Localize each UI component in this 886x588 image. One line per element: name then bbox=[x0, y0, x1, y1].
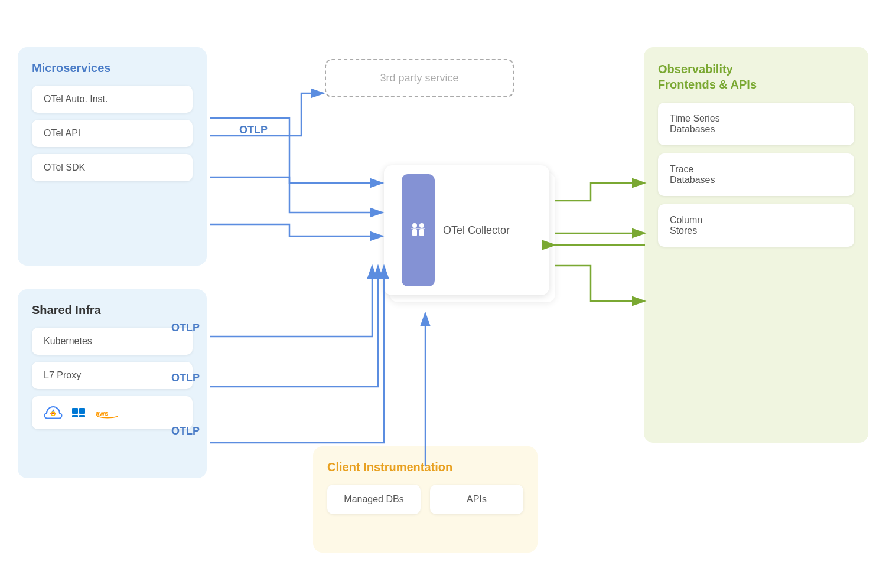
card-cloud-providers: aws bbox=[32, 396, 193, 429]
otlp-label-kubernetes: OTLP bbox=[171, 322, 200, 334]
svg-rect-4 bbox=[79, 415, 85, 417]
card-timeseries-db: Time SeriesDatabases bbox=[658, 103, 854, 145]
gcp-icon bbox=[44, 404, 63, 421]
card-l7proxy: L7 Proxy bbox=[32, 362, 193, 389]
collector-card: OTel Collector bbox=[384, 165, 549, 295]
otlp-label-cloud: OTLP bbox=[171, 425, 200, 437]
third-party-label: 3rd party service bbox=[380, 72, 458, 84]
card-kubernetes: Kubernetes bbox=[32, 328, 193, 355]
otel-api-label: OTel API bbox=[44, 128, 80, 139]
card-otel-auto: OTel Auto. Inst. bbox=[32, 86, 193, 113]
panel-microservices: Microservices OTel Auto. Inst. OTel API … bbox=[18, 47, 207, 266]
otel-auto-label: OTel Auto. Inst. bbox=[44, 94, 108, 104]
azure-icon bbox=[70, 404, 89, 421]
card-otel-api: OTel API bbox=[32, 120, 193, 147]
svg-rect-3 bbox=[72, 415, 78, 417]
third-party-box: 3rd party service bbox=[325, 59, 514, 97]
svg-rect-1 bbox=[72, 408, 78, 414]
collector-icon-bar bbox=[402, 174, 435, 286]
observability-cards: Time SeriesDatabases TraceDatabases Colu… bbox=[658, 103, 854, 247]
diagram-container: Microservices OTel Auto. Inst. OTel API … bbox=[0, 0, 886, 588]
aws-icon: aws bbox=[96, 406, 119, 420]
svg-rect-9 bbox=[419, 229, 424, 236]
panel-client: Client Instrumentation Managed DBs APIs bbox=[313, 446, 538, 553]
observability-title: ObservabilityFrontends & APIs bbox=[658, 61, 854, 92]
card-otel-sdk: OTel SDK bbox=[32, 154, 193, 181]
svg-point-6 bbox=[412, 223, 417, 228]
collector-label: OTel Collector bbox=[443, 224, 510, 237]
card-apis: APIs bbox=[430, 485, 523, 514]
svg-rect-10 bbox=[411, 228, 425, 229]
svg-text:aws: aws bbox=[96, 410, 108, 417]
card-column-stores: ColumnStores bbox=[658, 204, 854, 247]
panel-observability: ObservabilityFrontends & APIs Time Serie… bbox=[644, 47, 868, 443]
shared-infra-title: Shared Infra bbox=[32, 303, 193, 317]
otlp-label-microservices: OTLP bbox=[239, 124, 268, 136]
microservices-title: Microservices bbox=[32, 61, 193, 75]
svg-rect-2 bbox=[79, 408, 85, 414]
collector-wrapper: OTel Collector bbox=[366, 159, 549, 307]
client-cards: Managed DBs APIs bbox=[327, 485, 523, 514]
svg-rect-8 bbox=[412, 229, 417, 236]
card-trace-db: TraceDatabases bbox=[658, 153, 854, 196]
otlp-label-l7proxy: OTLP bbox=[171, 372, 200, 384]
svg-point-7 bbox=[419, 223, 424, 228]
otel-sdk-label: OTel SDK bbox=[44, 162, 85, 173]
client-instrumentation-title: Client Instrumentation bbox=[327, 460, 523, 474]
collector-icon bbox=[408, 220, 429, 241]
card-managed-dbs: Managed DBs bbox=[327, 485, 421, 514]
